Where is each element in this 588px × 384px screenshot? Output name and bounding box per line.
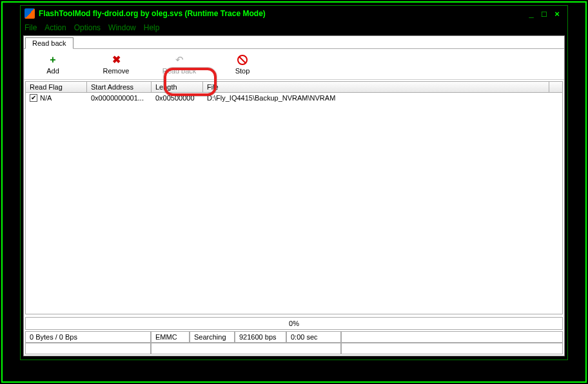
status-storage: EMMC — [151, 331, 190, 343]
menu-help[interactable]: Help — [144, 23, 160, 32]
tab-readback[interactable]: Read back — [25, 37, 74, 49]
status-bar: 0 Bytes / 0 Bps EMMC Searching 921600 bp… — [25, 331, 563, 354]
titlebar: FlashToolMod fly-droid.org by oleg.svs (… — [21, 6, 567, 21]
status2-c — [341, 343, 563, 354]
readback-table: Read Flag Start Address Length File ✔ N/… — [25, 81, 563, 314]
cell-start: 0x0000000001... — [87, 93, 152, 102]
menu-file[interactable]: File — [24, 23, 37, 32]
minimize-button[interactable]: _ — [525, 9, 538, 19]
app-window: FlashToolMod fly-droid.org by oleg.svs (… — [20, 5, 568, 360]
stop-icon — [237, 54, 248, 66]
plus-icon: + — [47, 54, 59, 66]
undo-icon: ↶ — [173, 54, 185, 66]
table-header: Read Flag Start Address Length File — [26, 82, 562, 93]
menu-options[interactable]: Options — [74, 23, 101, 32]
status-baud: 921600 bps — [235, 331, 286, 343]
col-spacer — [549, 82, 562, 92]
stop-label: Stop — [235, 67, 250, 75]
progress-bar: 0% — [25, 317, 563, 330]
menu-window[interactable]: Window — [108, 23, 136, 32]
window-title: FlashToolMod fly-droid.org by oleg.svs (… — [39, 9, 266, 18]
tabstrip: Read back — [24, 36, 564, 49]
status-state: Searching — [190, 331, 235, 343]
remove-button[interactable]: ✖ Remove — [93, 54, 139, 75]
readback-label: Read back — [162, 67, 197, 75]
x-icon: ✖ — [110, 54, 122, 66]
col-read-flag[interactable]: Read Flag — [26, 82, 87, 92]
cell-file: D:\Fly_IQ4415\Backup_NVRAM\NVRAM — [203, 93, 562, 102]
status-empty-1 — [341, 331, 563, 343]
menu-action[interactable]: Action — [44, 23, 66, 32]
col-file[interactable]: File — [203, 82, 549, 92]
stop-button[interactable]: Stop — [220, 54, 265, 75]
toolbar: + Add ✖ Remove ↶ Read back Stop — [24, 49, 564, 80]
status2-a — [25, 343, 151, 354]
add-button[interactable]: + Add — [30, 54, 75, 75]
table-row[interactable]: ✔ N/A 0x0000000001... 0x00500000 D:\Fly_… — [26, 93, 562, 103]
cell-flag: N/A — [40, 94, 52, 102]
progress-text: 0% — [289, 320, 299, 327]
status-time: 0:00 sec — [286, 331, 341, 343]
status2-b — [151, 343, 341, 354]
menubar: File Action Options Window Help — [21, 21, 567, 34]
readback-button[interactable]: ↶ Read back — [157, 54, 202, 75]
row-checkbox[interactable]: ✔ — [30, 94, 37, 102]
col-length[interactable]: Length — [152, 82, 203, 92]
remove-label: Remove — [103, 67, 130, 75]
app-icon — [24, 8, 35, 19]
content-area: Read back + Add ✖ Remove ↶ Read back Sto… — [23, 35, 565, 356]
cell-length: 0x00500000 — [152, 93, 203, 102]
close-button[interactable]: × — [551, 9, 564, 19]
col-start-address[interactable]: Start Address — [87, 82, 152, 92]
table-body: ✔ N/A 0x0000000001... 0x00500000 D:\Fly_… — [26, 93, 562, 314]
add-label: Add — [46, 67, 59, 75]
status-bytes: 0 Bytes / 0 Bps — [25, 331, 151, 343]
maximize-button[interactable]: □ — [538, 9, 551, 19]
